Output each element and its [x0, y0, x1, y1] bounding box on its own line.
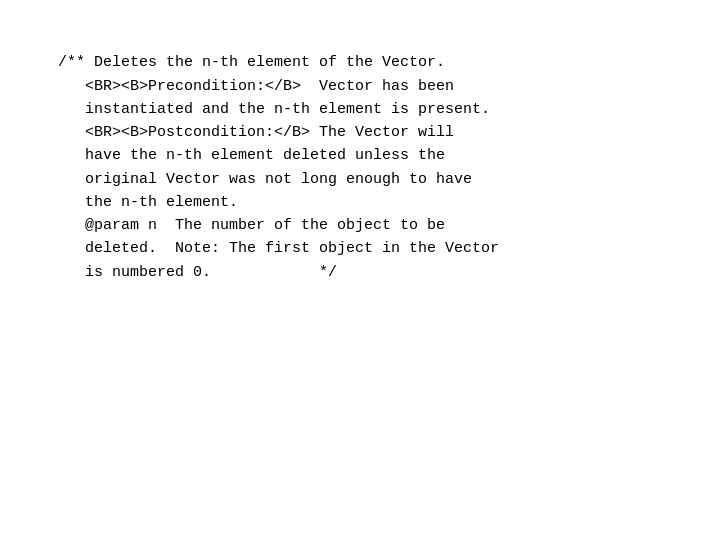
code-line-3: instantiated and the n-th element is pre…	[40, 101, 490, 118]
code-line-10: is numbered 0. */	[40, 264, 337, 281]
code-line-2: <BR><B>Precondition:</B> Vector has been	[40, 78, 454, 95]
code-line-4: <BR><B>Postcondition:</B> The Vector wil…	[40, 124, 454, 141]
code-line-6: original Vector was not long enough to h…	[40, 171, 472, 188]
code-line-8: @param n The number of the object to be	[40, 217, 445, 234]
code-line-9: deleted. Note: The first object in the V…	[40, 240, 499, 257]
code-comment-block: /** Deletes the n-th element of the Vect…	[0, 0, 539, 312]
code-line-5: have the n-th element deleted unless the	[40, 147, 445, 164]
code-line-1: /** Deletes the n-th element of the Vect…	[58, 54, 445, 71]
code-line-7: the n-th element.	[40, 194, 238, 211]
